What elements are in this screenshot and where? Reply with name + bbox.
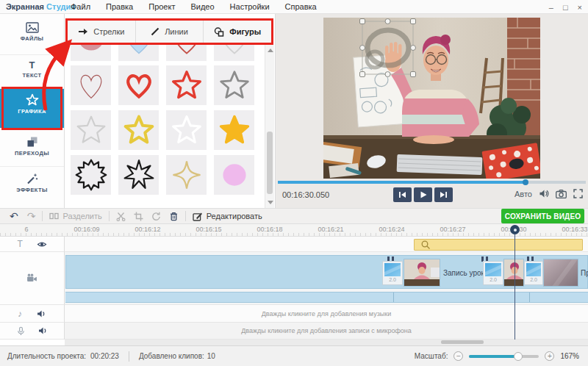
sidebar-item-files[interactable]: ФАЙЛЫ bbox=[0, 18, 64, 55]
microphone-icon bbox=[16, 326, 26, 336]
visibility-eye-icon[interactable] bbox=[37, 240, 47, 249]
layers-icon bbox=[26, 136, 38, 148]
minimize-icon[interactable]: – bbox=[549, 3, 553, 12]
crop-icon[interactable] bbox=[134, 212, 143, 221]
app-logo: Экранная Студия bbox=[6, 2, 71, 11]
seek-bar[interactable] bbox=[278, 181, 586, 184]
snapshot-camera-icon[interactable] bbox=[556, 190, 567, 198]
shapes-scrollbar[interactable] bbox=[265, 45, 274, 208]
zoom-marker-clip[interactable] bbox=[414, 239, 583, 251]
tab-lines[interactable]: Линии bbox=[136, 21, 204, 43]
shape-burst-black-outline[interactable] bbox=[71, 155, 111, 195]
fullscreen-icon[interactable] bbox=[573, 189, 583, 198]
rotate-icon[interactable] bbox=[151, 212, 161, 221]
music-volume-icon[interactable] bbox=[37, 309, 46, 318]
play-icon bbox=[420, 191, 427, 198]
seek-bar-handle[interactable] bbox=[523, 179, 528, 185]
tab-arrows[interactable]: Стрелки bbox=[68, 21, 136, 43]
shape-star7-black-outline[interactable] bbox=[118, 155, 159, 195]
tab-shapes[interactable]: Фигуры bbox=[204, 21, 271, 43]
edit-clip-button[interactable]: Редактировать bbox=[193, 212, 262, 221]
sidebar-item-transitions[interactable]: ПЕРЕХОДЫ bbox=[0, 132, 64, 167]
scroll-up-icon[interactable] bbox=[268, 49, 273, 52]
shape-heart-darkred-thin-outline[interactable] bbox=[71, 65, 111, 105]
delete-icon[interactable] bbox=[169, 212, 179, 221]
menu-file[interactable]: Файл bbox=[71, 2, 90, 11]
shapes-panel: Стрелки Линии Фигуры bbox=[65, 14, 276, 208]
auto-quality-label[interactable]: Авто bbox=[514, 190, 532, 198]
sidebar: ФАЙЛЫ T ТЕКСТ ГРАФИКА ПЕРЕХОДЫ ЭФФЕКТЫ bbox=[0, 14, 65, 208]
menu-video[interactable]: Видео bbox=[190, 2, 214, 11]
video-frame-thumb[interactable] bbox=[543, 259, 578, 287]
scrollbar-thumb[interactable] bbox=[267, 132, 273, 194]
timeline-scrollbar-thumb[interactable] bbox=[441, 340, 484, 344]
shape-star-yellow-outline[interactable] bbox=[118, 110, 159, 150]
zoom-in-button[interactable]: + bbox=[545, 351, 554, 361]
text-track-lane[interactable] bbox=[65, 237, 588, 252]
music-track-lane[interactable]: Дважды кликните для добавления музыки bbox=[65, 305, 588, 323]
wand-icon bbox=[26, 173, 38, 184]
zoom-out-button[interactable]: − bbox=[453, 351, 463, 361]
video-track-lane[interactable]: 2.0 Запись урока.. 2.0 2.0 bbox=[65, 252, 588, 305]
music-note-icon: ♪ bbox=[18, 309, 22, 319]
status-bar: Длительность проекта: 00:20:23 Добавлено… bbox=[0, 345, 588, 366]
ruler-label: 00:16:21 bbox=[318, 226, 343, 233]
scroll-down-icon[interactable] bbox=[268, 201, 273, 204]
mic-track-lane[interactable]: Дважды кликните для добавления записи с … bbox=[65, 323, 588, 340]
shape-star-gray-outline[interactable] bbox=[214, 65, 254, 105]
clips-count-label: Добавлено клипов: bbox=[139, 352, 204, 360]
video-clip-main[interactable]: 2.0 Запись урока.. 2.0 2.0 bbox=[65, 255, 588, 289]
zoom-fragment-thumb[interactable]: 2.0 bbox=[483, 261, 503, 285]
menu-project[interactable]: Проект bbox=[148, 2, 175, 11]
undo-icon[interactable]: ↶ bbox=[10, 212, 18, 220]
video-frame-thumb[interactable] bbox=[503, 259, 524, 287]
close-icon[interactable]: × bbox=[578, 3, 582, 12]
tab-label: Фигуры bbox=[229, 27, 261, 36]
video-camera-icon bbox=[26, 273, 37, 283]
mic-volume-icon[interactable] bbox=[38, 326, 48, 335]
zoom-fragment-thumb[interactable]: 2.0 bbox=[524, 261, 543, 285]
edit-toolbar: ↶ ↷ Разделить Редактировать bbox=[0, 208, 588, 224]
menu-settings[interactable]: Настройки bbox=[230, 2, 270, 11]
skip-back-icon bbox=[398, 191, 406, 198]
redo-icon[interactable]: ↷ bbox=[27, 212, 36, 220]
magnifier-icon bbox=[421, 240, 431, 250]
ruler-label: 00:16:15 bbox=[196, 226, 221, 233]
play-button[interactable] bbox=[414, 187, 432, 202]
shape-star-red-outline[interactable] bbox=[166, 65, 207, 105]
video-clip-audio-strip[interactable] bbox=[65, 292, 588, 303]
zoom-slider[interactable] bbox=[469, 355, 539, 358]
menu-help[interactable]: Справка bbox=[285, 2, 317, 11]
previous-frame-button[interactable] bbox=[393, 187, 412, 202]
sidebar-item-text[interactable]: T ТЕКСТ bbox=[0, 56, 64, 89]
project-duration-value: 00:20:23 bbox=[90, 352, 119, 360]
video-frame-thumb[interactable] bbox=[404, 259, 440, 287]
sidebar-item-effects[interactable]: ЭФФЕКТЫ bbox=[0, 168, 64, 204]
thumb-scale-label: 2.0 bbox=[383, 276, 402, 283]
next-frame-button[interactable] bbox=[434, 187, 453, 202]
graphics-tab-bar: Стрелки Линии Фигуры bbox=[65, 18, 273, 45]
shape-star-lightgray-outline[interactable] bbox=[71, 110, 111, 150]
maximize-icon[interactable]: □ bbox=[563, 3, 568, 12]
timeline-ruler[interactable]: 6 00:16:09 00:16:12 00:16:15 00:16:18 00… bbox=[0, 224, 588, 237]
shape-star-yellow-filled[interactable] bbox=[214, 110, 254, 150]
playhead-handle[interactable] bbox=[510, 225, 520, 234]
save-video-button[interactable]: СОХРАНИТЬ ВИДЕО bbox=[501, 209, 584, 223]
sidebar-item-graphics[interactable]: ГРАФИКА bbox=[0, 89, 64, 128]
preview-panel: 00:16:30.050 Авто bbox=[276, 14, 588, 208]
speaker-icon[interactable] bbox=[539, 189, 549, 198]
zoom-slider-handle[interactable] bbox=[514, 352, 523, 361]
split-button[interactable]: Разделить bbox=[49, 212, 101, 220]
video-preview[interactable] bbox=[323, 18, 540, 179]
shape-star-white-outline[interactable] bbox=[166, 110, 207, 150]
image-icon bbox=[26, 22, 39, 33]
ruler-label: 00:16:27 bbox=[440, 226, 465, 233]
shape-heart-red-thick-outline[interactable] bbox=[118, 65, 159, 105]
shape-circle-pink-filled[interactable] bbox=[214, 155, 254, 195]
scissors-icon[interactable] bbox=[116, 212, 126, 221]
menu-bar: Экранная Студия Файл Правка Проект Видео… bbox=[0, 0, 588, 14]
zoom-fragment-thumb[interactable]: 2.0 bbox=[382, 261, 403, 285]
timeline-scrollbar[interactable] bbox=[65, 340, 588, 345]
menu-edit[interactable]: Правка bbox=[106, 2, 133, 11]
shape-sparkle-tan-outline[interactable] bbox=[166, 155, 207, 195]
